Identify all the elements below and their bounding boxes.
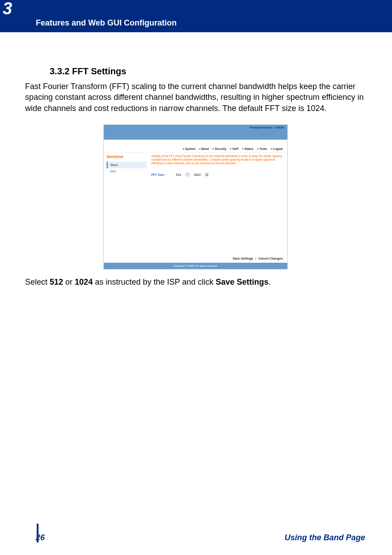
screenshot-description: Scaling of the FFT (Fast Fourier Transfo… [151, 154, 283, 165]
cancel-changes-button[interactable]: Cancel Changes [259, 257, 283, 260]
page-content: 3.3.2 FFT Settings Fast Fourier Transfor… [0, 32, 392, 287]
screenshot-main: Scaling of the FFT (Fast Fourier Transfo… [149, 153, 287, 263]
sidebar-item-label: Band [111, 163, 118, 166]
screenshot-body: Sections Band FFT Scaling of the FFT (Fa… [104, 153, 287, 263]
instruction-bold-save: Save Settings [216, 278, 268, 286]
embedded-screenshot: Firmware Version : 1.00.06 System Band S… [103, 124, 288, 269]
nav-item-voip[interactable]: VoIP [230, 147, 239, 150]
fft-size-row: FFT Size : 512 1024 [151, 173, 283, 176]
nav-item-status[interactable]: Status [242, 147, 253, 150]
instruction-part: . [268, 278, 271, 286]
page-header-banner: 3 Features and Web GUI Configuration [0, 0, 392, 32]
nav-item-band[interactable]: Band [199, 147, 209, 150]
sidebar-title: Sections [107, 154, 147, 159]
nav-item-system[interactable]: System [183, 147, 196, 150]
instruction-part: or [63, 278, 75, 286]
nav-item-security[interactable]: Security [213, 147, 226, 150]
screenshot-header: Firmware Version : 1.00.06 [104, 125, 287, 140]
radio-512[interactable] [186, 173, 189, 176]
chapter-number: 3 [3, 0, 12, 18]
fft-size-label: FFT Size : [151, 173, 166, 176]
save-settings-button[interactable]: Save Settings [233, 257, 253, 260]
firmware-version-label: Firmware Version : 1.00.06 [250, 126, 284, 129]
instruction-part: Select [25, 278, 50, 286]
instruction-bold-1024: 1024 [75, 278, 93, 286]
section-paragraph: Fast Fourier Transform (FFT) scaling to … [25, 81, 366, 114]
footer-section-title: Using the Band Page [285, 533, 365, 542]
action-separator: | [256, 257, 256, 260]
radio-option-512-label: 512 [176, 173, 181, 176]
screenshot-nav: System Band Security VoIP Status Tools L… [104, 140, 287, 153]
screenshot-actions: Save Settings | Cancel Changes [233, 257, 283, 260]
screenshot-footer: Copyright © 2008. All rights reserved. [104, 263, 287, 269]
sidebar-item-fft[interactable]: FFT [107, 168, 147, 175]
page-footer: 26 Using the Band Page [0, 533, 392, 542]
sidebar-item-label: FFT [111, 170, 116, 173]
footer-rule [37, 524, 38, 542]
instruction-bold-512: 512 [50, 278, 63, 286]
section-heading: 3.3.2 FFT Settings [50, 66, 366, 77]
chapter-title: Features and Web GUI Configuration [36, 18, 177, 28]
radio-1024[interactable] [205, 173, 209, 176]
nav-item-logout[interactable]: Logout [271, 147, 283, 150]
sidebar-item-band[interactable]: Band [107, 162, 147, 168]
radio-option-1024-label: 1024 [194, 173, 201, 176]
screenshot-sidebar: Sections Band FFT [104, 153, 149, 263]
nav-item-tools[interactable]: Tools [257, 147, 267, 150]
fft-size-radio-group: 512 1024 [176, 173, 209, 176]
instruction-part: as instructed by the ISP and click [93, 278, 216, 286]
instruction-text: Select 512 or 1024 as instructed by the … [25, 278, 366, 287]
